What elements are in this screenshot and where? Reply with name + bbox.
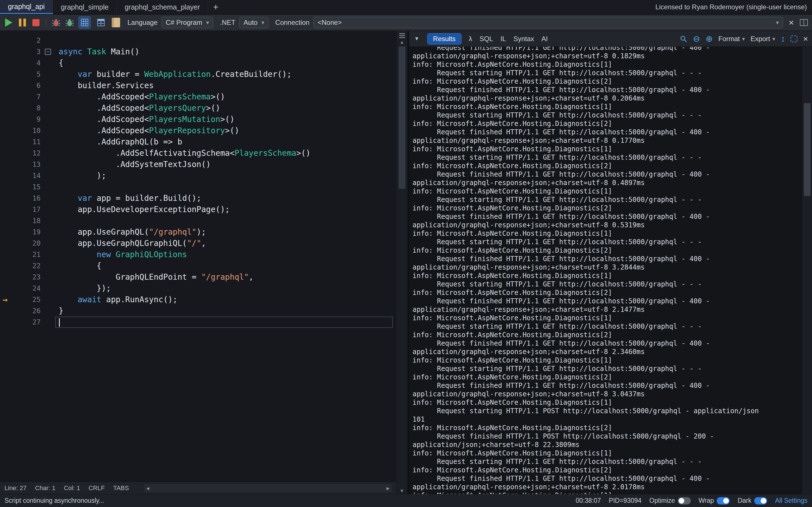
all-settings-link[interactable]: All Settings — [775, 497, 808, 504]
log-line: info: Microsoft.AspNetCore.Hosting.Diagn… — [412, 356, 802, 364]
scrollbar-track[interactable] — [396, 45, 407, 488]
document-tab-graphql_schema_player[interactable]: graphql_schema_player — [117, 0, 208, 14]
results-table-mode-button[interactable] — [95, 16, 107, 29]
search-icon[interactable] — [679, 35, 688, 43]
code-line[interactable]: 10 .AddScoped<PlayerRepository>() — [0, 125, 396, 136]
dotnet-version-dropdown[interactable]: Auto ▾ — [239, 17, 268, 28]
attach-debugger-button[interactable] — [65, 16, 74, 29]
code-editor[interactable]: 23−async Task Main()4{5 var builder = We… — [0, 31, 396, 494]
fold-margin — [41, 69, 55, 80]
glyph-margin — [0, 80, 10, 91]
zoom-in-icon[interactable]: ⊕ — [706, 34, 713, 44]
code-line[interactable]: 21 new GraphiQLOptions — [0, 249, 396, 260]
log-line: application/graphql-response+json;+chars… — [412, 390, 802, 398]
code-line[interactable]: 24 }); — [0, 283, 396, 294]
results-tab-ai[interactable]: AI — [541, 35, 548, 43]
code-token: >() — [225, 126, 239, 135]
code-line[interactable]: 20 app.UseGraphQLGraphiQL("/", — [0, 238, 396, 249]
code-line[interactable]: 17 app.UseDeveloperExceptionPage(); — [0, 204, 396, 215]
log-line: info: Microsoft.AspNetCore.Hosting.Diagn… — [412, 119, 802, 128]
status-bar-right: 00:38:07 PID=93094 OptimizeWrapDark All … — [576, 497, 808, 504]
line-number: 23 — [10, 272, 41, 283]
scrollbar-thumb[interactable] — [399, 47, 405, 189]
pause-button[interactable] — [17, 16, 27, 29]
code-line[interactable]: 9 .AddScoped<PlayersMutation>() — [0, 114, 396, 125]
code-line[interactable]: 18 — [0, 215, 396, 226]
tabs-indicator: TABS — [113, 485, 129, 492]
fold-margin — [41, 193, 55, 204]
code-line[interactable]: 2 — [0, 35, 396, 46]
fold-collapse-icon[interactable]: − — [45, 49, 51, 55]
code-line[interactable]: 22 { — [0, 260, 396, 272]
scroll-down-icon[interactable]: ▼ — [400, 488, 404, 494]
code-token: .AddScoped< — [59, 92, 149, 101]
horizontal-scrollbar[interactable]: ◂ ▸ — [144, 484, 392, 492]
results-tab-sql[interactable]: SQL — [479, 35, 493, 43]
code-line[interactable]: 13 .AddSystemTextJson() — [0, 159, 396, 170]
dark-toggle-switch[interactable] — [754, 497, 767, 504]
code-line[interactable]: 7 .AddScoped<PlayersSchema>() — [0, 91, 396, 103]
run-button[interactable] — [4, 16, 13, 29]
editor-vertical-scrollbar[interactable]: ▲ ▼ — [396, 31, 407, 494]
close-icon[interactable]: × — [787, 17, 796, 28]
code-line[interactable]: →25 await app.RunAsync(); — [0, 294, 396, 305]
line-number: 5 — [10, 69, 41, 80]
results-tab-syntax[interactable]: Syntax — [513, 35, 534, 43]
code-line[interactable]: 6 builder.Services — [0, 80, 396, 91]
navigate-updown-icon[interactable]: ↕ — [781, 34, 785, 44]
results-collapse-button[interactable]: ▼ — [413, 36, 420, 42]
results-tab-λ[interactable]: λ — [469, 35, 472, 43]
code-line[interactable]: 14 ); — [0, 170, 396, 181]
code-line[interactable]: 27 — [0, 317, 396, 328]
optimize-toggle-switch[interactable] — [678, 497, 691, 504]
results-tab-results[interactable]: Results — [427, 33, 462, 45]
stop-button[interactable] — [31, 16, 41, 29]
results-scrollbar[interactable] — [802, 47, 812, 494]
scroll-left-icon[interactable]: ◂ — [146, 485, 149, 492]
scroll-up-icon[interactable]: ▲ — [400, 39, 404, 45]
rich-text-panel-button[interactable] — [111, 16, 121, 29]
code-token: .AddSelfActivatingSchema< — [59, 149, 235, 158]
code-line[interactable]: 15 — [0, 181, 396, 193]
scroll-right-icon[interactable]: ▸ — [387, 485, 389, 492]
code-line[interactable]: 26} — [0, 305, 396, 317]
code-line[interactable]: 19 app.UseGraphQL("/graphql"); — [0, 226, 396, 238]
splitter-grip-icon[interactable] — [399, 31, 405, 39]
code-line[interactable]: 11 .AddGraphQL(b => b — [0, 136, 396, 148]
select-region-icon[interactable] — [791, 36, 797, 42]
language-dropdown[interactable]: C# Program ▾ — [161, 17, 213, 28]
code-token: app.UseGraphQL( — [59, 227, 149, 237]
split-layout-icon[interactable] — [800, 19, 808, 26]
code-line[interactable]: 12 .AddSelfActivatingSchema<PlayersSchem… — [0, 148, 396, 159]
code-area[interactable]: 23−async Task Main()4{5 var builder = We… — [0, 31, 396, 482]
line-number: 3 — [10, 46, 41, 57]
log-line: Request finished HTTP/1.1 GET http://loc… — [412, 170, 802, 179]
zoom-out-icon[interactable]: ⊖ — [693, 34, 700, 44]
line-number: 11 — [10, 136, 41, 148]
format-dropdown[interactable]: Format ▾ — [718, 35, 745, 43]
results-grid-mode-button[interactable] — [79, 16, 91, 29]
log-line: info: Microsoft.AspNetCore.Hosting.Diagn… — [412, 145, 802, 153]
document-tab-graphql_simple[interactable]: graphql_simple — [53, 0, 117, 14]
code-line[interactable]: 5 var builder = WebApplication.CreateBui… — [0, 69, 396, 80]
code-line[interactable]: 3−async Task Main() — [0, 46, 396, 57]
log-line: info: Microsoft.AspNetCore.Hosting.Diagn… — [412, 246, 802, 255]
results-scrollbar-thumb[interactable] — [804, 103, 811, 196]
code-line[interactable]: 16 var app = builder.Build(); — [0, 193, 396, 204]
close-results-icon[interactable]: × — [803, 34, 808, 44]
new-tab-button[interactable]: + — [208, 0, 223, 14]
wrap-toggle-switch[interactable] — [717, 497, 730, 504]
fold-margin — [41, 181, 55, 193]
export-dropdown[interactable]: Export ▾ — [751, 35, 775, 43]
glyph-margin — [0, 35, 10, 46]
code-line[interactable]: 8 .AddScoped<PlayersQuery>() — [0, 103, 396, 114]
debug-button[interactable] — [51, 16, 61, 29]
code-token: , — [249, 272, 253, 282]
code-token: app.RunAsync(); — [101, 295, 177, 304]
document-tab-graphql_api[interactable]: graphql_api — [0, 0, 53, 14]
code-line[interactable]: 4{ — [0, 57, 396, 69]
fold-margin — [41, 238, 55, 249]
connection-dropdown[interactable]: <None> ▾ — [313, 17, 783, 28]
results-tab-il[interactable]: IL — [500, 35, 506, 43]
code-line[interactable]: 23 GraphQLEndPoint = "/graphql", — [0, 272, 396, 283]
